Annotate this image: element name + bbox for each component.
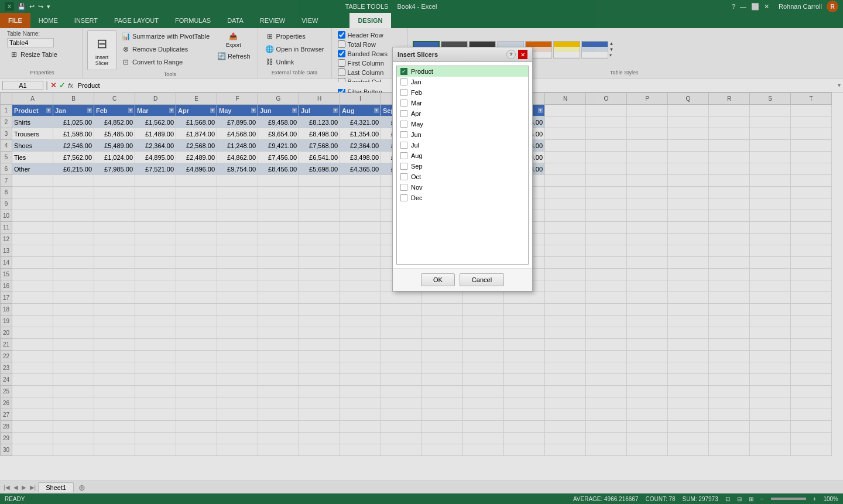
slicer-item-may[interactable]: May: [397, 119, 528, 129]
slicer-checkbox-product[interactable]: ✓: [400, 68, 407, 75]
slicer-fields-list[interactable]: ✓ProductJanFebMarAprMayJunJulAugSepOctNo…: [396, 66, 529, 265]
slicer-label-mar: Mar: [411, 100, 422, 107]
slicer-item-jan[interactable]: Jan: [397, 77, 528, 87]
slicer-label-nov: Nov: [411, 184, 423, 191]
dialog-title: Insert Slicers: [397, 51, 438, 58]
slicer-item-product[interactable]: ✓Product: [397, 66, 528, 77]
slicer-label-jan: Jan: [411, 78, 422, 85]
slicer-item-oct[interactable]: Oct: [397, 172, 528, 182]
slicer-item-aug[interactable]: Aug: [397, 150, 528, 161]
slicer-checkbox-nov[interactable]: [400, 184, 407, 191]
modal-overlay: Insert Slicers ? ✕ ✓ProductJanFebMarAprM…: [0, 0, 843, 504]
dialog-help-button[interactable]: ?: [506, 50, 516, 59]
slicer-checkbox-jun[interactable]: [400, 131, 407, 138]
slicer-item-mar[interactable]: Mar: [397, 98, 528, 108]
slicer-label-apr: Apr: [411, 110, 421, 117]
slicer-item-sep[interactable]: Sep: [397, 161, 528, 172]
slicer-checkbox-oct[interactable]: [400, 173, 407, 180]
slicer-item-nov[interactable]: Nov: [397, 182, 528, 193]
cancel-button[interactable]: Cancel: [460, 273, 504, 286]
slicer-checkbox-jul[interactable]: [400, 142, 407, 149]
slicer-label-aug: Aug: [411, 152, 423, 159]
slicer-checkbox-aug[interactable]: [400, 152, 407, 159]
slicer-item-feb[interactable]: Feb: [397, 87, 528, 98]
dialog-close-button[interactable]: ✕: [518, 50, 527, 59]
slicer-label-dec: Dec: [411, 194, 423, 201]
slicer-checkbox-feb[interactable]: [400, 89, 407, 96]
slicer-label-product: Product: [411, 68, 433, 75]
ok-button[interactable]: OK: [421, 273, 455, 286]
dialog-controls: ? ✕: [506, 50, 527, 59]
slicer-label-jul: Jul: [411, 142, 419, 149]
slicer-checkbox-apr[interactable]: [400, 110, 407, 117]
slicer-checkbox-may[interactable]: [400, 121, 407, 128]
slicer-label-may: May: [411, 121, 423, 128]
slicer-label-oct: Oct: [411, 173, 421, 180]
slicer-item-jul[interactable]: Jul: [397, 140, 528, 150]
slicer-item-jun[interactable]: Jun: [397, 129, 528, 140]
dialog-body: ✓ProductJanFebMarAprMayJunJulAugSepOctNo…: [393, 62, 532, 268]
dialog-titlebar: Insert Slicers ? ✕: [393, 47, 532, 62]
slicer-checkbox-sep[interactable]: [400, 163, 407, 170]
insert-slicers-dialog: Insert Slicers ? ✕ ✓ProductJanFebMarAprM…: [392, 47, 533, 292]
dialog-footer: OK Cancel: [393, 268, 532, 291]
slicer-checkbox-mar[interactable]: [400, 100, 407, 107]
slicer-checkbox-jan[interactable]: [400, 78, 407, 85]
slicer-item-apr[interactable]: Apr: [397, 108, 528, 119]
slicer-checkbox-dec[interactable]: [400, 194, 407, 201]
slicer-label-jun: Jun: [411, 131, 422, 138]
slicer-item-dec[interactable]: Dec: [397, 193, 528, 203]
slicer-label-sep: Sep: [411, 163, 423, 170]
slicer-label-feb: Feb: [411, 89, 422, 96]
